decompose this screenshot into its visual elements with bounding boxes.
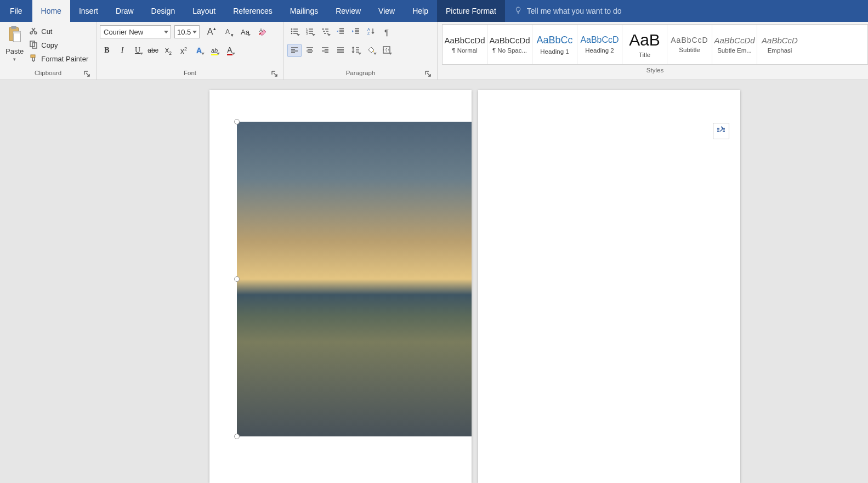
clipboard-dialog-launcher[interactable] <box>84 71 92 78</box>
font-size-value: 10.5 <box>177 28 191 36</box>
bullets-button[interactable] <box>287 25 302 38</box>
strikethrough-button[interactable]: abc <box>146 44 160 57</box>
font-name-combo[interactable]: Courier New <box>100 25 171 38</box>
resize-handle-bl[interactable] <box>234 434 240 439</box>
styles-gallery: AaBbCcDd¶ Normal AaBbCcDd¶ No Spac... Aa… <box>442 24 868 65</box>
style-name: Title <box>639 52 650 58</box>
paintbrush-icon <box>29 54 38 64</box>
superscript-button[interactable]: x2 <box>177 44 191 57</box>
resize-handle-tl[interactable] <box>234 119 240 124</box>
tab-file[interactable]: File <box>0 0 32 22</box>
line-spacing-icon <box>351 46 360 56</box>
bold-button[interactable]: B <box>100 44 114 57</box>
ribbon: Paste ▾ Cut Copy Format Painter Clipbo <box>0 22 868 80</box>
shrink-font-icon: A <box>225 28 230 36</box>
style-heading-2[interactable]: AaBbCcDHeading 2 <box>577 25 622 64</box>
tab-draw[interactable]: Draw <box>107 0 143 22</box>
tab-layout[interactable]: Layout <box>184 0 224 22</box>
layout-options-button[interactable] <box>713 123 729 139</box>
numbering-button[interactable]: 123 <box>303 25 317 38</box>
tab-insert[interactable]: Insert <box>70 0 107 22</box>
subscript-button[interactable]: x2 <box>161 44 175 57</box>
style-name: ¶ No Spac... <box>492 47 527 54</box>
tab-help[interactable]: Help <box>404 0 437 22</box>
text-effects-button[interactable]: A <box>192 44 206 57</box>
style-subtle-emphasis[interactable]: AaBbCcDdSubtle Em... <box>712 25 757 64</box>
group-font: Courier New 10.5 A▴ A▾ Aa A B I U abc x2 <box>97 22 284 79</box>
clear-formatting-button[interactable]: A <box>256 25 270 38</box>
decrease-indent-icon <box>336 27 345 37</box>
line-spacing-button[interactable] <box>349 44 363 57</box>
multilevel-list-button[interactable] <box>318 25 332 38</box>
decrease-indent-button[interactable] <box>333 25 348 38</box>
grow-font-button[interactable]: A▴ <box>203 25 217 38</box>
layout-options-icon <box>716 125 726 137</box>
paste-dropdown-icon[interactable]: ▾ <box>13 56 16 62</box>
shrink-font-button[interactable]: A▾ <box>220 25 235 38</box>
svg-rect-1 <box>11 26 16 29</box>
eraser-icon: A <box>258 26 268 38</box>
format-painter-button[interactable]: Format Painter <box>29 54 88 64</box>
group-clipboard: Paste ▾ Cut Copy Format Painter Clipbo <box>0 22 97 79</box>
tell-me-placeholder: Tell me what you want to do <box>527 7 622 15</box>
style-preview: AaBbCcDd <box>714 36 754 45</box>
tab-mailings[interactable]: Mailings <box>281 0 327 22</box>
paste-icon <box>7 25 23 46</box>
highlight-icon: ab <box>211 46 218 55</box>
chevron-down-icon <box>192 31 197 33</box>
style-emphasis[interactable]: AaBbCcDEmphasi <box>757 25 802 64</box>
paragraph-dialog-launcher[interactable] <box>425 71 433 78</box>
document-canvas[interactable] <box>0 80 868 483</box>
tab-review[interactable]: Review <box>327 0 370 22</box>
tab-picture-format[interactable]: Picture Format <box>437 0 505 22</box>
style-name: Subtitle <box>679 47 700 53</box>
style-normal[interactable]: AaBbCcDd¶ Normal <box>442 25 487 64</box>
tab-references[interactable]: References <box>224 0 281 22</box>
show-marks-button[interactable]: ¶ <box>379 25 394 38</box>
style-title[interactable]: AaBTitle <box>622 25 667 64</box>
font-color-button[interactable]: A <box>223 44 237 57</box>
tab-home[interactable]: Home <box>32 0 70 22</box>
align-center-icon <box>305 46 314 56</box>
cut-button[interactable]: Cut <box>29 26 88 37</box>
font-size-combo[interactable]: 10.5 <box>174 25 200 38</box>
format-painter-label: Format Painter <box>41 55 88 63</box>
sort-icon: AZ <box>367 27 376 37</box>
page-2[interactable] <box>478 90 740 483</box>
tab-design[interactable]: Design <box>143 0 184 22</box>
style-heading-1[interactable]: AaBbCcHeading 1 <box>532 25 577 64</box>
pilcrow-icon: ¶ <box>384 27 389 37</box>
justify-button[interactable] <box>333 44 348 57</box>
style-subtitle[interactable]: AaBbCcDSubtitle <box>667 25 712 64</box>
sort-button[interactable]: AZ <box>364 25 378 38</box>
style-preview: AaBbCc <box>536 35 572 46</box>
style-preview: AaBbCcDd <box>444 36 485 45</box>
italic-button[interactable]: I <box>115 44 129 57</box>
align-right-button[interactable] <box>318 44 332 57</box>
underline-button[interactable]: U <box>131 44 145 57</box>
paint-bucket-icon <box>367 46 376 56</box>
subscript-icon: x2 <box>165 46 172 56</box>
inserted-picture[interactable] <box>237 122 472 436</box>
style-preview: AaBbCcDd <box>489 36 530 45</box>
text-effects-icon: A <box>196 46 202 55</box>
tell-me-search[interactable]: Tell me what you want to do <box>514 0 622 22</box>
borders-button[interactable] <box>379 44 394 57</box>
bullets-icon <box>290 27 299 37</box>
font-dialog-launcher[interactable] <box>271 71 279 78</box>
copy-button[interactable]: Copy <box>29 40 88 50</box>
align-center-button[interactable] <box>303 44 317 57</box>
paste-button[interactable]: Paste ▾ <box>3 24 26 63</box>
change-case-button[interactable]: Aa <box>238 25 252 38</box>
resize-handle-ml[interactable] <box>234 276 240 282</box>
align-left-button[interactable] <box>287 44 302 57</box>
copy-icon <box>29 40 38 50</box>
shading-button[interactable] <box>364 44 378 57</box>
highlight-button[interactable]: ab <box>207 44 222 57</box>
style-no-spacing[interactable]: AaBbCcDd¶ No Spac... <box>487 25 532 64</box>
style-name: Subtle Em... <box>717 47 752 54</box>
tab-view[interactable]: View <box>370 0 404 22</box>
page-1[interactable] <box>209 90 472 483</box>
style-preview: AaBbCcD <box>762 36 798 45</box>
increase-indent-button[interactable] <box>349 25 363 38</box>
